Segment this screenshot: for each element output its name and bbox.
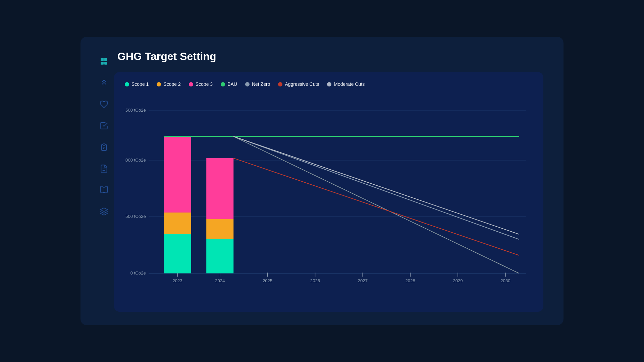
line-netzero bbox=[233, 136, 519, 239]
bar-2024-scope3 bbox=[206, 158, 233, 219]
legend-dot-scope3 bbox=[189, 82, 193, 86]
legend-scope2: Scope 2 bbox=[157, 81, 180, 87]
sidebar-item-layers[interactable] bbox=[100, 207, 108, 218]
legend-bau: BAU bbox=[221, 81, 237, 87]
sidebar bbox=[94, 50, 114, 312]
page-title: GHG Target Setting bbox=[117, 50, 543, 63]
legend-moderate: Moderate Cuts bbox=[327, 81, 365, 87]
sidebar-item-favorites[interactable] bbox=[100, 100, 108, 111]
legend-dot-scope1 bbox=[125, 82, 129, 86]
legend-label-netzero: Net Zero bbox=[252, 81, 270, 87]
bar-2024-scope2 bbox=[206, 219, 233, 239]
chart-svg: 0 tCo2e 500 tCo2e 1000 tCo2e 1500 tCo2e bbox=[125, 94, 533, 304]
legend-label-moderate: Moderate Cuts bbox=[334, 81, 365, 87]
svg-rect-3 bbox=[104, 62, 107, 65]
legend-scope3: Scope 3 bbox=[189, 81, 213, 87]
y-label-500: 500 tCo2e bbox=[125, 214, 146, 219]
sidebar-item-library[interactable] bbox=[100, 186, 108, 196]
legend-label-bau: BAU bbox=[227, 81, 237, 87]
x-label-2030: 2030 bbox=[500, 278, 510, 283]
legend-scope1: Scope 1 bbox=[125, 81, 149, 87]
svg-rect-0 bbox=[101, 58, 104, 61]
legend-dot-aggressive bbox=[278, 82, 282, 86]
legend-label-aggressive: Aggressive Cuts bbox=[285, 81, 319, 87]
sidebar-item-dashboard[interactable] bbox=[100, 57, 108, 68]
svg-rect-1 bbox=[104, 58, 107, 61]
sidebar-item-documents[interactable] bbox=[100, 164, 108, 175]
legend-dot-netzero bbox=[245, 82, 250, 86]
y-label-1000: 1000 tCo2e bbox=[125, 158, 146, 163]
chart-area: 0 tCo2e 500 tCo2e 1000 tCo2e 1500 tCo2e bbox=[125, 94, 533, 304]
x-label-2027: 2027 bbox=[358, 278, 368, 283]
bar-2023-scope3 bbox=[164, 136, 191, 213]
legend-label-scope1: Scope 1 bbox=[131, 81, 149, 87]
x-label-2028: 2028 bbox=[406, 278, 415, 283]
chart-card: Scope 1 Scope 2 Scope 3 BAU Net Zero bbox=[114, 72, 543, 312]
legend-label-scope3: Scope 3 bbox=[196, 81, 213, 87]
x-label-2023: 2023 bbox=[172, 278, 182, 283]
bar-2024-scope1 bbox=[206, 239, 233, 273]
svg-marker-11 bbox=[100, 208, 108, 212]
y-label-0: 0 tCo2e bbox=[130, 270, 146, 276]
outer-card: GHG Target Setting Scope 1 Scope 2 Scope… bbox=[80, 37, 564, 325]
line-aggressive-cuts-red bbox=[233, 158, 519, 255]
x-label-2029: 2029 bbox=[453, 278, 463, 283]
main-content: GHG Target Setting Scope 1 Scope 2 Scope… bbox=[114, 50, 543, 312]
legend-dot-moderate bbox=[327, 82, 331, 86]
line-moderate-cuts bbox=[233, 136, 519, 234]
line-aggressive-cuts bbox=[233, 136, 519, 273]
chart-legend: Scope 1 Scope 2 Scope 3 BAU Net Zero bbox=[125, 81, 533, 87]
bar-2023-scope1 bbox=[164, 234, 191, 274]
legend-aggressive: Aggressive Cuts bbox=[278, 81, 319, 87]
legend-dot-scope2 bbox=[157, 82, 161, 86]
legend-dot-bau bbox=[221, 82, 225, 86]
svg-rect-2 bbox=[101, 62, 104, 65]
sidebar-item-tasks[interactable] bbox=[100, 121, 108, 132]
bar-2023-scope2 bbox=[164, 213, 191, 234]
svg-rect-6 bbox=[103, 144, 105, 145]
legend-netzero: Net Zero bbox=[245, 81, 270, 87]
legend-label-scope2: Scope 2 bbox=[163, 81, 180, 87]
x-label-2026: 2026 bbox=[310, 278, 320, 283]
sidebar-item-reports[interactable] bbox=[100, 143, 108, 154]
x-label-2024: 2024 bbox=[215, 278, 225, 283]
sidebar-item-upload[interactable] bbox=[100, 78, 108, 89]
x-label-2025: 2025 bbox=[263, 278, 272, 283]
y-label-1500: 1500 tCo2e bbox=[125, 108, 146, 113]
